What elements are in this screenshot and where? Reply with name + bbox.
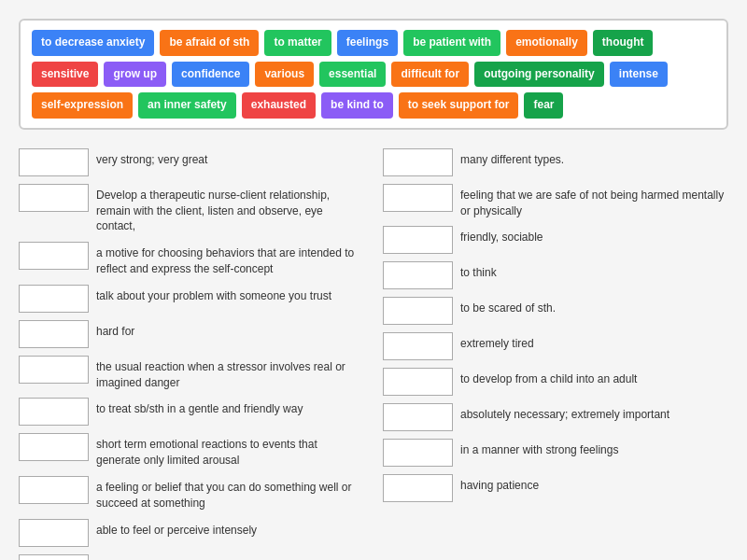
word-tile-6[interactable]: thought [593,30,654,56]
right-answer-box-9[interactable] [383,474,453,502]
right-definition-3: to think [460,261,497,281]
left-definition-1: Develop a therapeutic nurse-client relat… [96,184,364,234]
left-match-row-10: Anything that has mass and takes up spac… [19,554,364,560]
left-match-row-1: Develop a therapeutic nurse-client relat… [19,184,364,234]
left-answer-box-9[interactable] [19,519,89,547]
word-tile-15[interactable]: self-expression [32,92,133,119]
left-definition-0: very strong; very great [96,148,207,168]
word-tile-16[interactable]: an inner safety [138,92,236,119]
right-match-row-4: to be scared of sth. [383,297,728,325]
left-match-row-9: able to feel or perceive intensely [19,519,364,547]
right-definition-9: having patience [460,474,539,494]
word-tile-3[interactable]: feelings [337,30,398,56]
left-definition-10: Anything that has mass and takes up spac… [96,554,313,560]
right-definition-8: in a manner with strong feelings [460,439,618,458]
right-match-row-2: friendly, sociable [383,226,728,254]
right-match-row-3: to think [383,261,728,289]
left-match-row-6: to treat sb/sth in a gentle and friendly… [19,398,364,426]
right-answer-box-2[interactable] [383,226,453,254]
word-tile-9[interactable]: confidence [172,62,249,88]
left-definition-9: able to feel or perceive intensely [96,519,257,539]
right-match-row-7: absolutely necessary; extremely importan… [383,403,728,431]
right-answer-box-0[interactable] [383,148,453,176]
word-bank-container: to decrease anxietybe afraid of sthto ma… [19,19,728,130]
right-definition-0: many different types. [460,148,564,168]
left-match-row-2: a motive for choosing behaviors that are… [19,242,364,277]
right-match-row-6: to develop from a child into an adult [383,368,728,396]
right-answer-box-1[interactable] [383,184,453,212]
left-definition-6: to treat sb/sth in a gentle and friendly… [96,398,303,417]
left-answer-box-1[interactable] [19,184,89,212]
word-tile-0[interactable]: to decrease anxiety [32,30,154,56]
right-match-row-9: having patience [383,474,728,502]
left-match-row-8: a feeling or belief that you can do some… [19,476,364,511]
left-answer-box-8[interactable] [19,476,89,504]
left-answer-box-7[interactable] [19,433,89,461]
left-answer-box-6[interactable] [19,398,89,426]
word-tile-11[interactable]: essential [319,62,386,88]
word-tile-10[interactable]: various [255,62,314,88]
matching-area: very strong; very greatDevelop a therape… [19,148,728,560]
right-definition-1: feeling that we are safe of not being ha… [460,184,728,219]
left-match-row-7: short term emotional reactions to events… [19,433,364,469]
right-answer-box-4[interactable] [383,297,453,325]
word-tile-2[interactable]: to matter [264,30,331,56]
right-answer-box-7[interactable] [383,403,453,431]
right-definition-4: to be scared of sth. [460,297,556,316]
word-tile-12[interactable]: difficult for [391,62,469,88]
left-answer-box-10[interactable] [19,554,89,560]
word-tile-18[interactable]: be kind to [321,92,393,119]
right-answer-box-6[interactable] [383,368,453,396]
left-answer-box-3[interactable] [19,285,89,313]
left-definition-8: a feeling or belief that you can do some… [96,476,364,511]
left-definition-2: a motive for choosing behaviors that are… [96,242,364,277]
right-answer-box-5[interactable] [383,332,453,360]
left-match-row-3: talk about your problem with someone you… [19,285,364,313]
left-match-row-0: very strong; very great [19,148,364,176]
left-definition-5: the usual reaction when a stressor invol… [96,356,364,391]
right-answer-box-3[interactable] [383,261,453,289]
right-definition-5: extremely tired [460,332,534,352]
word-tile-4[interactable]: be patient with [403,30,500,56]
word-tile-8[interactable]: grow up [104,62,166,88]
right-match-row-1: feeling that we are safe of not being ha… [383,184,728,219]
left-match-row-5: the usual reaction when a stressor invol… [19,356,364,391]
right-match-row-0: many different types. [383,148,728,176]
word-tile-20[interactable]: fear [524,92,563,119]
left-definition-4: hard for [96,320,134,340]
word-tile-1[interactable]: be afraid of sth [160,30,259,56]
word-tile-17[interactable]: exhausted [242,92,316,119]
word-tile-5[interactable]: emotionally [506,30,587,56]
left-definition-7: short term emotional reactions to events… [96,433,364,469]
left-match-row-4: hard for [19,320,364,348]
word-tile-19[interactable]: to seek support for [399,92,519,119]
right-match-row-8: in a manner with strong feelings [383,439,728,467]
left-answer-box-2[interactable] [19,242,89,270]
right-definition-6: to develop from a child into an adult [460,368,637,387]
right-match-row-5: extremely tired [383,332,728,360]
left-definition-3: talk about your problem with someone you… [96,285,331,304]
right-definition-2: friendly, sociable [460,226,543,245]
word-tile-7[interactable]: sensitive [32,62,98,88]
right-answer-box-8[interactable] [383,439,453,467]
right-definition-7: absolutely necessary; extremely importan… [460,403,669,423]
left-answer-box-0[interactable] [19,148,89,176]
left-answer-box-4[interactable] [19,320,89,348]
word-tile-13[interactable]: outgoing personality [474,62,604,88]
word-tile-14[interactable]: intense [610,62,668,88]
left-answer-box-5[interactable] [19,356,89,384]
